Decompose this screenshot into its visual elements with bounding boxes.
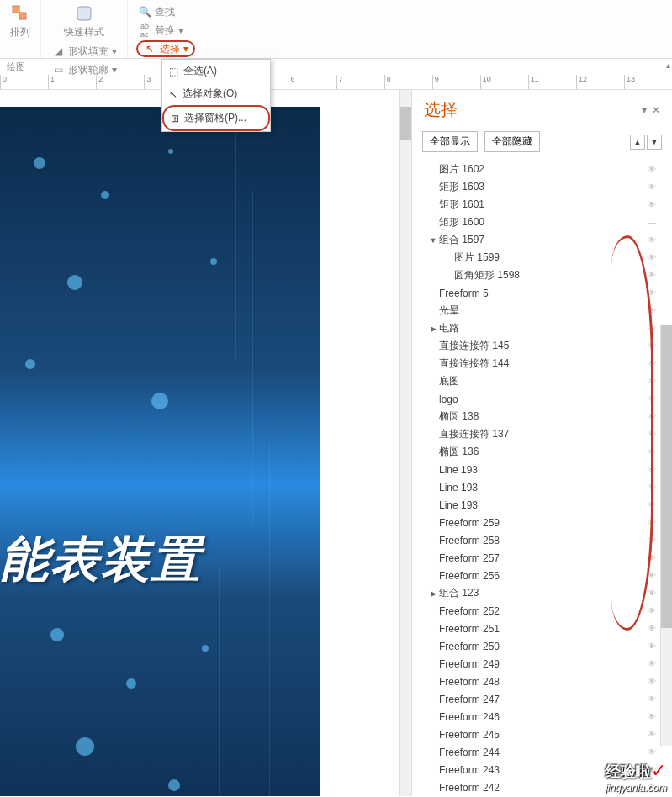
list-item[interactable]: ▼组合 1597 [412,231,672,249]
replace-button[interactable]: abac 替换 ▾ [136,22,195,39]
object-list[interactable]: 图片 1602矩形 1603矩形 1601矩形 1600▼组合 1597图片 1… [412,157,672,796]
list-item[interactable]: Freeform 246 [412,708,672,726]
visibility-toggle-icon[interactable] [643,589,660,598]
move-up-button[interactable]: ▲ [630,135,645,150]
shape-fill-button[interactable]: ◢ 形状填充 ▾ [50,43,119,60]
visibility-toggle-icon[interactable] [643,677,660,686]
expand-icon[interactable]: ▶ [429,589,437,598]
list-item[interactable]: 图片 1599 [412,249,672,267]
expand-icon[interactable]: ▼ [429,236,437,245]
list-item[interactable]: Freeform 252 [412,602,672,620]
object-label: 组合 1597 [439,233,484,247]
editing-col: 🔍 查找 abac 替换 ▾ ↖ 选择 ▾ [133,2,198,59]
visibility-toggle-icon[interactable] [643,306,660,315]
visibility-toggle-icon[interactable] [643,235,660,245]
visibility-toggle-icon[interactable] [643,747,660,757]
visibility-toggle-icon[interactable] [643,377,660,386]
list-item[interactable]: 矩形 1600 [412,214,672,231]
visibility-toggle-icon[interactable] [643,359,660,368]
ribbon-collapse-icon[interactable]: ▴ [666,61,670,70]
move-down-button[interactable]: ▼ [647,135,662,150]
list-item[interactable]: ▶组合 123 [412,584,672,602]
list-item[interactable]: Freeform 245 [412,726,672,743]
arrange-button[interactable]: 排列 [5,2,35,41]
canvas-scrollbar[interactable] [399,90,411,796]
list-item[interactable]: Freeform 258 [412,531,672,549]
list-item[interactable]: Freeform 5 [412,284,672,302]
list-item[interactable]: 矩形 1603 [412,178,672,196]
list-scrollbar[interactable] [660,325,672,746]
visibility-toggle-icon[interactable] [643,500,660,509]
list-item[interactable]: Freeform 251 [412,620,672,637]
list-item[interactable]: 直接连接符 144 [412,355,672,372]
list-item[interactable]: Freeform 259 [412,514,672,531]
visibility-toggle-icon[interactable] [643,253,660,262]
list-item[interactable]: 图片 1602 [412,161,672,178]
quickstyle-button[interactable]: 快速样式 [59,2,109,41]
scrollbar-thumb[interactable] [400,107,411,140]
visibility-toggle-icon[interactable] [643,641,660,651]
visibility-toggle-icon[interactable] [643,394,660,404]
list-item[interactable]: 底图 [412,372,672,390]
visibility-toggle-icon[interactable] [643,218,660,227]
list-item[interactable]: Freeform 250 [412,637,672,655]
ruler-mark: 7 [336,75,384,89]
list-item[interactable]: 椭圆 138 [412,408,672,425]
selection-pane-item[interactable]: ⊞ 选择窗格(P)... [162,105,270,131]
list-item[interactable]: 圆角矩形 1598 [412,267,672,284]
list-scrollbar-thumb[interactable] [661,325,672,628]
visibility-toggle-icon[interactable] [643,553,660,562]
visibility-toggle-icon[interactable] [643,447,660,457]
hide-all-button[interactable]: 全部隐藏 [484,131,540,152]
list-item[interactable]: 矩形 1601 [412,196,672,214]
list-item[interactable]: Line 193 [412,478,672,496]
list-item[interactable]: logo [412,390,672,408]
visibility-toggle-icon[interactable] [643,571,660,580]
list-item[interactable]: Line 193 [412,461,672,478]
visibility-toggle-icon[interactable] [643,165,660,174]
slide-title-text[interactable]: 能表装置 [0,527,202,593]
list-item[interactable]: Freeform 249 [412,655,672,673]
visibility-toggle-icon[interactable] [643,606,660,615]
visibility-toggle-icon[interactable] [643,483,660,492]
visibility-toggle-icon[interactable] [643,465,660,474]
visibility-toggle-icon[interactable] [643,430,660,439]
visibility-toggle-icon[interactable] [643,694,660,704]
select-objects-item[interactable]: ↖ 选择对象(O) [162,82,270,105]
visibility-toggle-icon[interactable] [643,324,660,333]
visibility-toggle-icon[interactable] [643,271,660,280]
visibility-toggle-icon[interactable] [643,288,660,298]
pane-menu-icon[interactable]: ▾ [642,104,647,116]
list-item[interactable]: Freeform 248 [412,673,672,690]
visibility-toggle-icon[interactable] [643,200,660,209]
list-item[interactable]: Line 193 [412,496,672,514]
visibility-toggle-icon[interactable] [643,659,660,668]
visibility-toggle-icon[interactable] [643,412,660,421]
canvas-area[interactable]: 能表装置 [0,90,411,796]
visibility-toggle-icon[interactable] [643,624,660,633]
visibility-toggle-icon[interactable] [643,518,660,527]
visibility-toggle-icon[interactable] [643,341,660,351]
svg-rect-2 [77,7,91,20]
visibility-toggle-icon[interactable] [643,730,660,739]
find-button[interactable]: 🔍 查找 [136,3,195,20]
list-item[interactable]: Freeform 247 [412,690,672,708]
visibility-toggle-icon[interactable] [643,536,660,545]
list-item[interactable]: 光晕 [412,302,672,319]
visibility-toggle-icon[interactable] [643,182,660,192]
select-button[interactable]: ↖ 选择 ▾ [136,40,195,57]
list-item[interactable]: 直接连接符 145 [412,337,672,355]
slide-preview[interactable]: 能表装置 [0,107,320,796]
list-item[interactable]: ▶电路 [412,319,672,337]
list-item[interactable]: Freeform 244 [412,743,672,761]
list-item[interactable]: Freeform 257 [412,549,672,567]
show-all-button[interactable]: 全部显示 [422,131,478,152]
list-item[interactable]: 椭圆 136 [412,443,672,461]
watermark: 经验啦✓ jingyanla.com [606,760,667,794]
list-item[interactable]: Freeform 256 [412,567,672,584]
visibility-toggle-icon[interactable] [643,712,660,721]
expand-icon[interactable]: ▶ [429,325,437,333]
close-icon[interactable]: ✕ [652,104,660,116]
list-item[interactable]: 直接连接符 137 [412,425,672,443]
select-all-item[interactable]: ⬚ 全选(A) [162,60,270,82]
